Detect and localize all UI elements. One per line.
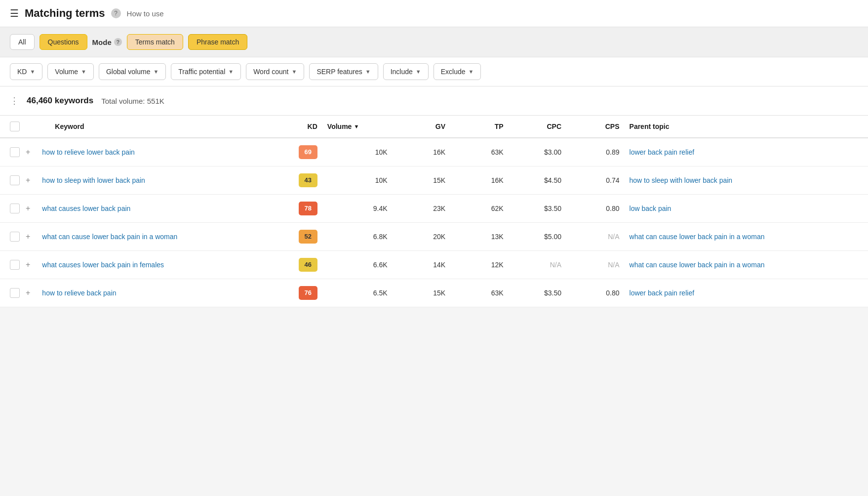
gv-cell-0: 16K bbox=[393, 138, 451, 166]
phrase-match-button[interactable]: Phrase match bbox=[188, 34, 247, 50]
volume-cell-0: 10K bbox=[322, 138, 393, 166]
cps-cell-4: N/A bbox=[566, 251, 625, 279]
parent-topic-link-0[interactable]: lower back pain relief bbox=[630, 148, 695, 156]
add-keyword-button-1[interactable]: + bbox=[24, 175, 32, 186]
kd-badge-2: 78 bbox=[299, 202, 317, 215]
kd-badge-1: 43 bbox=[299, 173, 317, 187]
kd-badge-5: 76 bbox=[299, 286, 317, 300]
cpc-cell-2: $3.50 bbox=[509, 195, 567, 223]
page-title: Matching terms bbox=[25, 7, 105, 20]
cpc-cell-3: $5.00 bbox=[509, 223, 567, 251]
filter-bar: All Questions Mode ? Terms match Phrase … bbox=[0, 27, 868, 57]
keyword-link-4[interactable]: what causes lower back pain in females bbox=[42, 261, 164, 269]
traffic-potential-dropdown[interactable]: Traffic potential ▼ bbox=[171, 63, 241, 80]
cpc-cell-5: $3.50 bbox=[509, 279, 567, 307]
cps-column-header[interactable]: CPS bbox=[566, 116, 625, 138]
kd-column-header[interactable]: KD bbox=[264, 116, 322, 138]
volume-cell-1: 10K bbox=[322, 166, 393, 195]
header-help-icon[interactable]: ? bbox=[111, 8, 121, 18]
include-arrow: ▼ bbox=[416, 69, 421, 75]
row-checkbox-4[interactable] bbox=[10, 260, 20, 270]
mode-label: Mode ? bbox=[92, 38, 122, 46]
row-checkbox-1[interactable] bbox=[10, 175, 20, 185]
gv-cell-4: 14K bbox=[393, 251, 451, 279]
row-checkbox-2[interactable] bbox=[10, 204, 20, 213]
mode-help-icon[interactable]: ? bbox=[114, 38, 122, 46]
add-keyword-button-3[interactable]: + bbox=[24, 231, 32, 242]
parent-topic-link-4[interactable]: what can cause lower back pain in a woma… bbox=[630, 261, 765, 269]
tp-column-header[interactable]: TP bbox=[450, 116, 509, 138]
row-checkbox-0[interactable] bbox=[10, 147, 20, 157]
dropdown-bar: KD ▼ Volume ▼ Global volume ▼ Traffic po… bbox=[0, 57, 868, 86]
serp-features-dropdown[interactable]: SERP features ▼ bbox=[309, 63, 378, 80]
parent-topic-column-header[interactable]: Parent topic bbox=[625, 116, 868, 138]
row-checkbox-5[interactable] bbox=[10, 288, 20, 298]
tp-cell-4: 12K bbox=[450, 251, 509, 279]
row-checkbox-3[interactable] bbox=[10, 232, 20, 242]
parent-topic-link-1[interactable]: how to sleep with lower back pain bbox=[630, 176, 733, 184]
parent-topic-link-2[interactable]: low back pain bbox=[630, 205, 671, 212]
word-count-arrow: ▼ bbox=[292, 69, 297, 75]
word-count-dropdown[interactable]: Word count ▼ bbox=[246, 63, 304, 80]
cpc-cell-0: $3.00 bbox=[509, 138, 567, 166]
tp-cell-5: 63K bbox=[450, 279, 509, 307]
volume-cell-3: 6.8K bbox=[322, 223, 393, 251]
summary-bar: ⋮ 46,460 keywords Total volume: 551K bbox=[0, 86, 868, 116]
kd-dropdown[interactable]: KD ▼ bbox=[10, 63, 42, 80]
table-header-row: Keyword KD Volume ▼ GV TP CPC CPS Parent… bbox=[0, 116, 868, 138]
keyword-link-5[interactable]: how to relieve back pain bbox=[42, 289, 116, 297]
select-all-checkbox[interactable] bbox=[10, 122, 20, 131]
gv-cell-3: 20K bbox=[393, 223, 451, 251]
tp-cell-0: 63K bbox=[450, 138, 509, 166]
parent-topic-link-5[interactable]: lower back pain relief bbox=[630, 289, 695, 297]
checkbox-header[interactable] bbox=[0, 116, 37, 138]
gv-column-header[interactable]: GV bbox=[393, 116, 451, 138]
cpc-cell-4: N/A bbox=[509, 251, 567, 279]
keyword-link-1[interactable]: how to sleep with lower back pain bbox=[42, 176, 145, 184]
keyword-link-2[interactable]: what causes lower back pain bbox=[42, 205, 130, 212]
exclude-dropdown[interactable]: Exclude ▼ bbox=[434, 63, 481, 80]
keyword-link-3[interactable]: what can cause lower back pain in a woma… bbox=[42, 233, 177, 241]
keyword-count: 46,460 keywords bbox=[27, 96, 93, 106]
sort-rows-icon[interactable]: ⋮ bbox=[10, 95, 19, 106]
volume-cell-4: 6.6K bbox=[322, 251, 393, 279]
exclude-arrow: ▼ bbox=[469, 69, 474, 75]
gv-cell-2: 23K bbox=[393, 195, 451, 223]
parent-topic-link-3[interactable]: what can cause lower back pain in a woma… bbox=[630, 233, 765, 241]
volume-cell-5: 6.5K bbox=[322, 279, 393, 307]
cpc-column-header[interactable]: CPC bbox=[509, 116, 567, 138]
cpc-cell-1: $4.50 bbox=[509, 166, 567, 195]
cps-cell-2: 0.80 bbox=[566, 195, 625, 223]
add-keyword-button-4[interactable]: + bbox=[24, 259, 32, 270]
include-dropdown[interactable]: Include ▼ bbox=[383, 63, 429, 80]
table-row: + how to sleep with lower back pain4310K… bbox=[0, 166, 868, 195]
tp-cell-3: 13K bbox=[450, 223, 509, 251]
keyword-column-header: Keyword bbox=[37, 116, 264, 138]
keyword-link-0[interactable]: how to relieve lower back pain bbox=[42, 148, 135, 156]
add-keyword-button-0[interactable]: + bbox=[24, 147, 32, 158]
kd-dropdown-arrow: ▼ bbox=[30, 69, 35, 75]
terms-match-button[interactable]: Terms match bbox=[127, 34, 183, 50]
tp-cell-2: 62K bbox=[450, 195, 509, 223]
table-row: + what causes lower back pain789.4K23K62… bbox=[0, 195, 868, 223]
how-to-use-link[interactable]: How to use bbox=[127, 9, 164, 18]
table-row: + how to relieve back pain766.5K15K63K$3… bbox=[0, 279, 868, 307]
all-filter-button[interactable]: All bbox=[10, 34, 35, 50]
global-volume-dropdown-arrow: ▼ bbox=[153, 69, 158, 75]
add-keyword-button-2[interactable]: + bbox=[24, 203, 32, 214]
cps-cell-1: 0.74 bbox=[566, 166, 625, 195]
volume-dropdown[interactable]: Volume ▼ bbox=[47, 63, 94, 80]
hamburger-icon[interactable]: ☰ bbox=[10, 7, 19, 19]
volume-column-header[interactable]: Volume ▼ bbox=[322, 116, 393, 138]
table-row: + what causes lower back pain in females… bbox=[0, 251, 868, 279]
questions-filter-button[interactable]: Questions bbox=[39, 34, 87, 50]
global-volume-dropdown[interactable]: Global volume ▼ bbox=[99, 63, 166, 80]
tp-cell-1: 16K bbox=[450, 166, 509, 195]
traffic-potential-arrow: ▼ bbox=[228, 69, 234, 75]
kd-badge-0: 69 bbox=[299, 145, 317, 159]
serp-features-arrow: ▼ bbox=[365, 69, 371, 75]
volume-dropdown-arrow: ▼ bbox=[81, 69, 86, 75]
add-keyword-button-5[interactable]: + bbox=[24, 288, 32, 298]
volume-cell-2: 9.4K bbox=[322, 195, 393, 223]
gv-cell-5: 15K bbox=[393, 279, 451, 307]
